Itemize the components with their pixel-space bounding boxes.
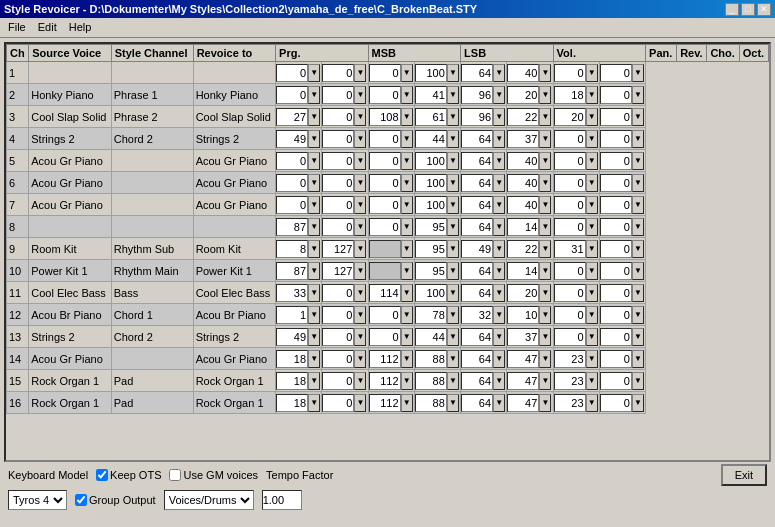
spinner-down-icon[interactable]: ▼ — [632, 394, 644, 412]
spinner-down-icon[interactable]: ▼ — [308, 262, 320, 280]
spinner-down-icon[interactable]: ▼ — [586, 306, 598, 324]
spinner-down-icon[interactable]: ▼ — [586, 86, 598, 104]
spinner-down-icon[interactable]: ▼ — [493, 196, 505, 214]
spinner-down-icon[interactable]: ▼ — [493, 262, 505, 280]
spinner-down-icon[interactable]: ▼ — [354, 130, 366, 148]
spinner-down-icon[interactable]: ▼ — [354, 394, 366, 412]
spinner-down-icon[interactable]: ▼ — [632, 284, 644, 302]
spinner-down-icon[interactable]: ▼ — [586, 196, 598, 214]
spinner-down-icon[interactable]: ▼ — [586, 328, 598, 346]
spinner-down-icon[interactable]: ▼ — [493, 130, 505, 148]
spinner-down-icon[interactable]: ▼ — [632, 306, 644, 324]
voices-drums-select[interactable]: Voices/Drums — [164, 490, 254, 510]
spinner-down-icon[interactable]: ▼ — [586, 240, 598, 258]
spinner-down-icon[interactable]: ▼ — [539, 240, 551, 258]
spinner-down-icon[interactable]: ▼ — [447, 174, 459, 192]
spinner-down-icon[interactable]: ▼ — [354, 86, 366, 104]
spinner-down-icon[interactable]: ▼ — [401, 350, 413, 368]
spinner-down-icon[interactable]: ▼ — [308, 372, 320, 390]
spinner-down-icon[interactable]: ▼ — [308, 64, 320, 82]
spinner-down-icon[interactable]: ▼ — [447, 350, 459, 368]
keep-ots-checkbox[interactable] — [96, 469, 108, 481]
spinner-down-icon[interactable]: ▼ — [539, 86, 551, 104]
spinner-down-icon[interactable]: ▼ — [539, 328, 551, 346]
spinner-down-icon[interactable]: ▼ — [632, 196, 644, 214]
spinner-down-icon[interactable]: ▼ — [308, 196, 320, 214]
spinner-down-icon[interactable]: ▼ — [354, 306, 366, 324]
spinner-down-icon[interactable]: ▼ — [401, 262, 413, 280]
spinner-down-icon[interactable]: ▼ — [447, 262, 459, 280]
spinner-down-icon[interactable]: ▼ — [493, 284, 505, 302]
spinner-down-icon[interactable]: ▼ — [401, 108, 413, 126]
spinner-down-icon[interactable]: ▼ — [447, 152, 459, 170]
spinner-down-icon[interactable]: ▼ — [632, 108, 644, 126]
spinner-down-icon[interactable]: ▼ — [632, 174, 644, 192]
spinner-down-icon[interactable]: ▼ — [354, 196, 366, 214]
spinner-down-icon[interactable]: ▼ — [401, 196, 413, 214]
spinner-down-icon[interactable]: ▼ — [493, 240, 505, 258]
spinner-down-icon[interactable]: ▼ — [586, 64, 598, 82]
spinner-down-icon[interactable]: ▼ — [632, 328, 644, 346]
tempo-input[interactable] — [262, 490, 302, 510]
spinner-down-icon[interactable]: ▼ — [401, 130, 413, 148]
spinner-down-icon[interactable]: ▼ — [447, 372, 459, 390]
spinner-down-icon[interactable]: ▼ — [354, 152, 366, 170]
spinner-down-icon[interactable]: ▼ — [447, 328, 459, 346]
spinner-down-icon[interactable]: ▼ — [632, 240, 644, 258]
spinner-down-icon[interactable]: ▼ — [632, 372, 644, 390]
spinner-down-icon[interactable]: ▼ — [539, 372, 551, 390]
spinner-down-icon[interactable]: ▼ — [308, 284, 320, 302]
spinner-down-icon[interactable]: ▼ — [354, 262, 366, 280]
spinner-down-icon[interactable]: ▼ — [401, 240, 413, 258]
spinner-down-icon[interactable]: ▼ — [401, 64, 413, 82]
spinner-down-icon[interactable]: ▼ — [586, 350, 598, 368]
spinner-down-icon[interactable]: ▼ — [493, 108, 505, 126]
spinner-down-icon[interactable]: ▼ — [447, 64, 459, 82]
spinner-down-icon[interactable]: ▼ — [354, 372, 366, 390]
spinner-down-icon[interactable]: ▼ — [632, 64, 644, 82]
spinner-down-icon[interactable]: ▼ — [308, 306, 320, 324]
spinner-down-icon[interactable]: ▼ — [539, 64, 551, 82]
spinner-down-icon[interactable]: ▼ — [539, 174, 551, 192]
spinner-down-icon[interactable]: ▼ — [401, 306, 413, 324]
group-output-checkbox[interactable] — [75, 494, 87, 506]
spinner-down-icon[interactable]: ▼ — [447, 86, 459, 104]
spinner-down-icon[interactable]: ▼ — [401, 372, 413, 390]
spinner-down-icon[interactable]: ▼ — [493, 218, 505, 236]
spinner-down-icon[interactable]: ▼ — [401, 284, 413, 302]
spinner-down-icon[interactable]: ▼ — [354, 350, 366, 368]
spinner-down-icon[interactable]: ▼ — [632, 218, 644, 236]
menu-edit[interactable]: Edit — [32, 20, 63, 35]
spinner-down-icon[interactable]: ▼ — [586, 394, 598, 412]
exit-button[interactable]: Exit — [721, 464, 767, 486]
spinner-down-icon[interactable]: ▼ — [632, 152, 644, 170]
spinner-down-icon[interactable]: ▼ — [401, 394, 413, 412]
spinner-down-icon[interactable]: ▼ — [308, 86, 320, 104]
spinner-down-icon[interactable]: ▼ — [493, 328, 505, 346]
spinner-down-icon[interactable]: ▼ — [632, 350, 644, 368]
spinner-down-icon[interactable]: ▼ — [632, 130, 644, 148]
spinner-down-icon[interactable]: ▼ — [493, 350, 505, 368]
spinner-down-icon[interactable]: ▼ — [539, 218, 551, 236]
spinner-down-icon[interactable]: ▼ — [539, 262, 551, 280]
spinner-down-icon[interactable]: ▼ — [586, 174, 598, 192]
spinner-down-icon[interactable]: ▼ — [401, 86, 413, 104]
spinner-down-icon[interactable]: ▼ — [401, 328, 413, 346]
spinner-down-icon[interactable]: ▼ — [586, 152, 598, 170]
spinner-down-icon[interactable]: ▼ — [354, 64, 366, 82]
close-button[interactable]: ✕ — [757, 3, 771, 16]
spinner-down-icon[interactable]: ▼ — [401, 152, 413, 170]
spinner-down-icon[interactable]: ▼ — [539, 394, 551, 412]
spinner-down-icon[interactable]: ▼ — [586, 372, 598, 390]
spinner-down-icon[interactable]: ▼ — [493, 174, 505, 192]
spinner-down-icon[interactable]: ▼ — [308, 152, 320, 170]
spinner-down-icon[interactable]: ▼ — [308, 108, 320, 126]
spinner-down-icon[interactable]: ▼ — [447, 218, 459, 236]
spinner-down-icon[interactable]: ▼ — [539, 108, 551, 126]
spinner-down-icon[interactable]: ▼ — [586, 262, 598, 280]
spinner-down-icon[interactable]: ▼ — [354, 218, 366, 236]
spinner-down-icon[interactable]: ▼ — [354, 284, 366, 302]
spinner-down-icon[interactable]: ▼ — [493, 372, 505, 390]
spinner-down-icon[interactable]: ▼ — [447, 108, 459, 126]
spinner-down-icon[interactable]: ▼ — [308, 174, 320, 192]
